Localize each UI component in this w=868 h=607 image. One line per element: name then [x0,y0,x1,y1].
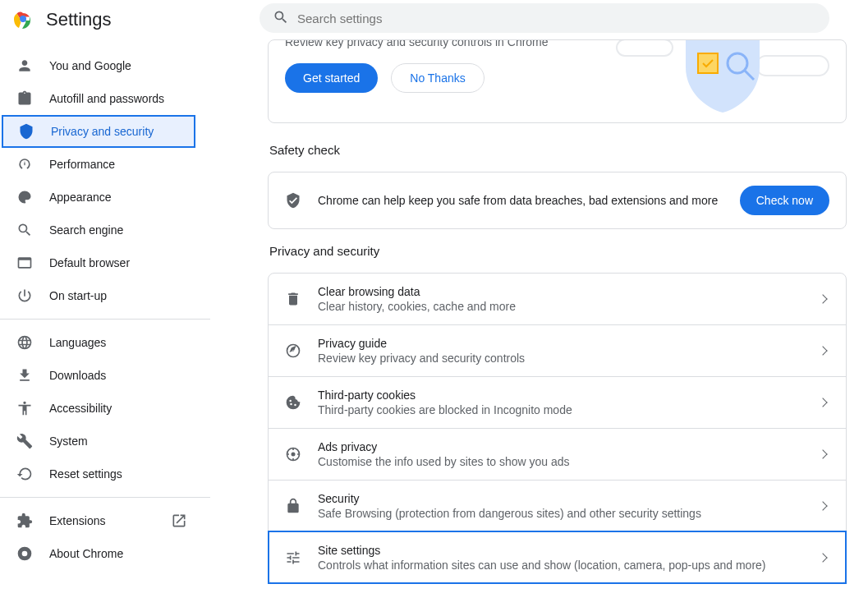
sidebar-item-label: System [49,435,88,448]
globe-icon [16,334,33,351]
ads-icon [285,446,301,462]
sidebar-item-downloads[interactable]: Downloads [0,359,204,392]
sidebar-item-on-startup[interactable]: On start-up [0,279,204,312]
chevron-right-icon [818,398,827,407]
sidebar-item-extensions[interactable]: Extensions [0,504,204,537]
row-ads-privacy[interactable]: Ads privacy Customise the info used by s… [269,428,846,480]
chevron-right-icon [818,501,827,510]
row-third-party-cookies[interactable]: Third-party cookies Third-party cookies … [269,376,846,428]
row-subtitle: Controls what information sites can use … [318,559,803,572]
sidebar-item-search-engine[interactable]: Search engine [0,214,204,246]
accessibility-icon [16,400,33,416]
sidebar-item-you-and-google[interactable]: You and Google [0,49,204,82]
sidebar-item-languages[interactable]: Languages [0,326,204,359]
shield-check-icon [285,192,301,209]
chevron-right-icon [818,294,827,303]
person-icon [16,57,33,74]
restore-icon [16,466,33,482]
privacy-security-heading: Privacy and security [269,244,847,258]
sidebar-item-autofill[interactable]: Autofill and passwords [0,82,204,115]
no-thanks-button[interactable]: No Thanks [391,63,484,93]
sidebar-item-privacy-security[interactable]: Privacy and security [2,115,195,148]
row-title: Ads privacy [318,440,803,453]
sidebar-item-label: Languages [49,336,106,349]
chevron-right-icon [818,346,827,355]
svg-point-4 [22,551,28,557]
safety-check-text: Chrome can help keep you safe from data … [318,194,723,207]
sidebar-item-label: Autofill and passwords [49,92,164,105]
row-site-settings[interactable]: Site settings Controls what information … [269,531,846,583]
sidebar: You and Google Autofill and passwords Pr… [0,39,210,607]
row-security[interactable]: Security Safe Browsing (protection from … [269,480,846,531]
safety-check-heading: Safety check [269,143,847,157]
row-clear-browsing-data[interactable]: Clear browsing data Clear history, cooki… [269,274,846,324]
search-input[interactable] [297,11,816,25]
svg-point-10 [292,453,296,457]
safety-check-card: Chrome can help keep you safe from data … [268,172,847,229]
extension-icon [16,513,33,529]
divider [0,497,210,498]
sidebar-item-label: Privacy and security [51,125,154,138]
power-icon [16,287,33,304]
chrome-icon [16,545,33,562]
divider [0,319,210,320]
sidebar-item-about-chrome[interactable]: About Chrome [0,537,204,570]
privacy-illustration [616,39,829,104]
sidebar-item-accessibility[interactable]: Accessibility [0,392,204,425]
sidebar-item-label: Accessibility [49,402,112,415]
sidebar-item-label: You and Google [49,59,131,72]
sidebar-item-label: Default browser [49,256,130,269]
sidebar-item-label: On start-up [49,289,107,302]
sidebar-item-label: Extensions [49,514,105,527]
sidebar-item-label: Search engine [49,223,123,237]
search-icon [273,9,289,28]
chevron-right-icon [818,449,827,458]
sidebar-item-performance[interactable]: Performance [0,148,204,181]
check-now-button[interactable]: Check now [740,186,829,215]
trash-icon [285,291,301,307]
compass-icon [285,343,301,359]
open-external-icon [171,513,187,529]
row-subtitle: Third-party cookies are blocked in Incog… [318,403,803,416]
cookie-icon [285,394,301,411]
main-content: Review key privacy and security controls… [210,39,868,607]
sidebar-item-label: Downloads [49,369,106,382]
get-started-button[interactable]: Get started [285,63,378,93]
shield-icon [18,123,34,140]
row-title: Privacy guide [318,337,803,350]
sidebar-item-default-browser[interactable]: Default browser [0,246,204,279]
row-privacy-guide[interactable]: Privacy guide Review key privacy and sec… [269,324,846,376]
sidebar-item-label: Reset settings [49,467,122,481]
guide-subtitle: Review key privacy and security controls… [285,39,549,48]
search-settings[interactable] [259,3,829,33]
sidebar-item-label: Performance [49,158,115,171]
row-title: Third-party cookies [318,389,803,402]
chevron-right-icon [818,553,827,562]
sidebar-item-appearance[interactable]: Appearance [0,181,204,214]
row-subtitle: Customise the info used by sites to show… [318,455,803,468]
search-icon [16,222,33,238]
chrome-logo-icon [13,9,33,31]
palette-icon [16,189,33,205]
svg-rect-5 [698,53,718,73]
row-title: Clear browsing data [318,285,803,298]
clipboard-icon [16,90,33,107]
lock-icon [285,498,301,514]
speedometer-icon [16,156,33,172]
row-subtitle: Safe Browsing (protection from dangerous… [318,507,803,520]
wrench-icon [16,433,33,449]
page-title: Settings [46,9,112,30]
tune-icon [285,550,301,566]
privacy-guide-card: Review key privacy and security controls… [268,39,847,123]
sidebar-item-label: Appearance [49,191,112,204]
row-title: Site settings [318,544,803,557]
row-subtitle: Review key privacy and security controls [318,352,803,365]
sidebar-item-label: About Chrome [49,547,123,560]
download-icon [16,367,33,384]
row-title: Security [318,492,803,505]
sidebar-item-reset[interactable]: Reset settings [0,458,204,490]
sidebar-item-system[interactable]: System [0,425,204,458]
privacy-security-list: Clear browsing data Clear history, cooki… [268,273,847,584]
row-subtitle: Clear history, cookies, cache and more [318,300,803,313]
browser-icon [16,255,33,271]
